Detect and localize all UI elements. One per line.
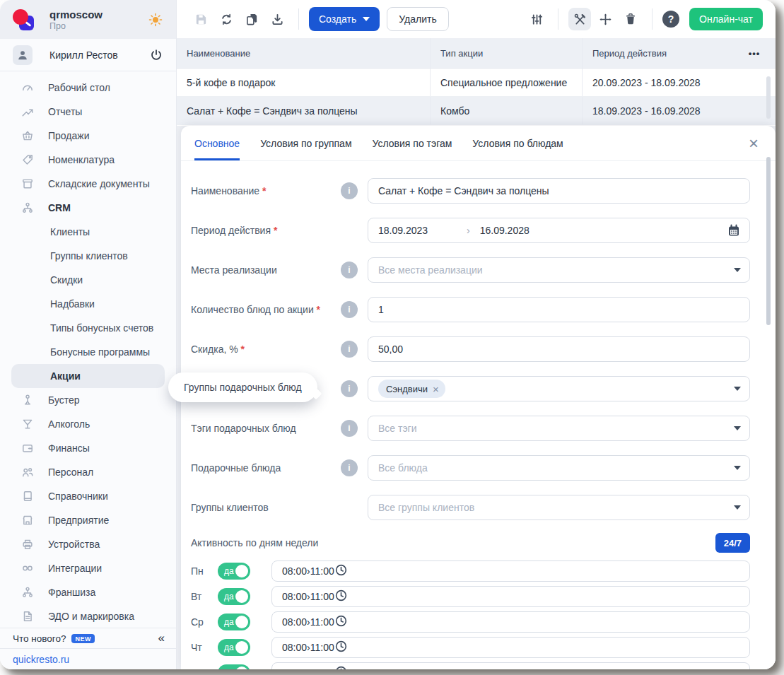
sidebar-item-nomenclature[interactable]: Номенклатура [0, 148, 176, 172]
always-247-button[interactable]: 24/7 [715, 533, 750, 553]
trash-button[interactable] [619, 8, 642, 30]
devices-printer-icon [21, 537, 35, 551]
move-button[interactable] [594, 8, 616, 30]
booster-icon [21, 393, 35, 407]
sidebar-item-finance[interactable]: Финансы [0, 436, 176, 460]
tab-group-conditions[interactable]: Условия по группам [260, 126, 351, 160]
name-input[interactable]: Салат + Кофе = Сэндвич за полцены [368, 178, 750, 204]
column-header-type[interactable]: Тип акции [431, 38, 583, 68]
dish-count-label: Количество блюд по акции [191, 304, 341, 315]
field-row-name: Наименование i Салат + Кофе = Сэндвич за… [191, 171, 750, 211]
close-panel-icon[interactable]: × [749, 126, 759, 160]
sidebar-item-directories[interactable]: Справочники [0, 484, 176, 508]
sidebar-item-bonus-programs[interactable]: Бонусные программы [0, 340, 176, 364]
client-groups-select[interactable]: Все группы клиентов [368, 495, 750, 520]
calendar-icon[interactable] [727, 223, 741, 237]
sidebar-item-reports[interactable]: Отчеты [0, 100, 176, 124]
day-toggle[interactable]: да [218, 563, 250, 580]
time-range-input[interactable]: 08:00 › 11:00 [271, 637, 750, 658]
sidebar-item-surcharges[interactable]: Надбавки [0, 292, 176, 316]
tab-tag-conditions[interactable]: Условия по тэгам [373, 126, 452, 160]
table-row-selected[interactable]: Салат + Кофе = Сэндвич за полцены Комбо … [177, 97, 776, 125]
sidebar-item-integrations[interactable]: Интеграции [0, 556, 176, 580]
day-toggle[interactable]: да [218, 614, 250, 630]
discount-input[interactable]: 50,00 [368, 336, 750, 362]
sidebar-item-sales[interactable]: Продажи [0, 124, 176, 148]
clock-icon[interactable] [334, 589, 348, 604]
tab-dish-conditions[interactable]: Условия по блюдам [472, 126, 563, 160]
table-scrollbar[interactable] [766, 76, 771, 119]
tools-button[interactable] [568, 8, 591, 30]
sidebar-item-dashboard[interactable]: Рабочий стол [0, 76, 176, 100]
info-icon[interactable]: i [341, 459, 358, 476]
info-icon[interactable]: i [341, 301, 358, 318]
table-more-icon[interactable]: ••• [733, 38, 776, 68]
selected-chip: Сэндвичи × [378, 380, 445, 398]
day-toggle[interactable]: да [218, 664, 250, 669]
time-range-input[interactable]: 08:00 › 11:00 [271, 662, 750, 669]
sidebar-item-bonus-account-types[interactable]: Типы бонусных счетов [0, 316, 176, 340]
collapse-sidebar-icon[interactable]: « [158, 631, 165, 645]
clock-icon[interactable] [334, 563, 348, 579]
clock-icon[interactable] [334, 640, 348, 655]
time-range-input[interactable]: 08:00 › 11:00 [271, 586, 750, 607]
table-row[interactable]: 5-й кофе в подарок Специальное предложен… [177, 69, 776, 97]
online-chat-button[interactable]: Онлайн-чат [689, 8, 763, 30]
workspace-name: qrmoscow [49, 8, 148, 20]
info-icon[interactable]: i [341, 341, 358, 358]
sidebar-item-promotions[interactable]: Акции [11, 364, 165, 388]
day-toggle[interactable]: да [218, 639, 250, 656]
sidebar-item-clients[interactable]: Клиенты [0, 220, 176, 244]
gift-groups-select[interactable]: Сэндвичи × [368, 376, 750, 401]
name-label: Наименование [191, 185, 341, 196]
day-toggle[interactable]: да [218, 588, 250, 605]
sidebar-item-devices[interactable]: Устройства [0, 532, 176, 556]
sidebar-item-staff[interactable]: Персонал [0, 460, 176, 484]
quickresto-site-link[interactable]: quickresto.ru [13, 654, 69, 665]
dish-count-input[interactable]: 1 [368, 297, 750, 322]
gift-dishes-select[interactable]: Все блюда [368, 455, 750, 481]
places-select[interactable]: Все места реализации [368, 257, 750, 283]
info-icon[interactable]: i [341, 262, 358, 278]
period-daterange-input[interactable]: 18.09.2023 › 16.09.2028 [368, 218, 750, 243]
whats-new-link[interactable]: Что нового? [13, 633, 66, 644]
sidebar-item-discounts[interactable]: Скидки [0, 268, 176, 292]
client-groups-label: Группы клиентов [191, 502, 341, 513]
column-header-period[interactable]: Период действия [583, 38, 733, 68]
time-range-input[interactable]: 08:00 › 11:00 [271, 611, 750, 633]
finance-wallet-icon [21, 441, 35, 455]
create-button[interactable]: Создать [309, 7, 380, 31]
sidebar-item-edo[interactable]: ЭДО и маркировка [0, 604, 176, 628]
sidebar-item-alcohol[interactable]: Алкоголь [0, 412, 176, 436]
tab-main[interactable]: Основное [194, 126, 240, 160]
sidebar-item-franchise[interactable]: Франшиза [0, 580, 176, 604]
logout-power-icon[interactable] [149, 48, 163, 62]
info-icon[interactable]: i [341, 182, 358, 199]
info-icon[interactable]: i [341, 420, 358, 437]
gift-tags-select[interactable]: Все тэги [368, 416, 750, 441]
clock-icon[interactable] [334, 614, 348, 630]
delete-button[interactable]: Удалить [387, 7, 448, 31]
sidebar-item-crm[interactable]: CRM [0, 196, 176, 220]
sidebar-item-booster[interactable]: Бустер [0, 388, 176, 412]
staff-people-icon [21, 465, 35, 479]
user-row[interactable]: Кирилл Рестов [0, 39, 176, 71]
download-button[interactable] [266, 8, 288, 30]
info-icon[interactable]: i [341, 380, 358, 397]
clock-icon[interactable] [334, 665, 348, 669]
save-button[interactable] [189, 8, 212, 30]
refresh-button[interactable] [215, 8, 238, 30]
dashboard-icon [21, 81, 35, 95]
copy-button[interactable] [240, 8, 263, 30]
help-button[interactable]: ? [662, 11, 679, 28]
sidebar-item-warehouse[interactable]: Складские документы [0, 172, 176, 196]
chip-remove-icon[interactable]: × [433, 383, 439, 395]
table-settings-sliders-icon[interactable] [525, 8, 548, 30]
plan-label: Про [49, 21, 148, 31]
panel-scrollbar[interactable] [766, 157, 771, 325]
sidebar-item-client-groups[interactable]: Группы клиентов [0, 244, 176, 268]
column-header-name[interactable]: Наименование [177, 38, 431, 68]
time-range-input[interactable]: 08:00 › 11:00 [271, 560, 750, 582]
theme-sun-icon[interactable] [148, 12, 163, 28]
sidebar-item-enterprise[interactable]: Предприятие [0, 508, 176, 532]
